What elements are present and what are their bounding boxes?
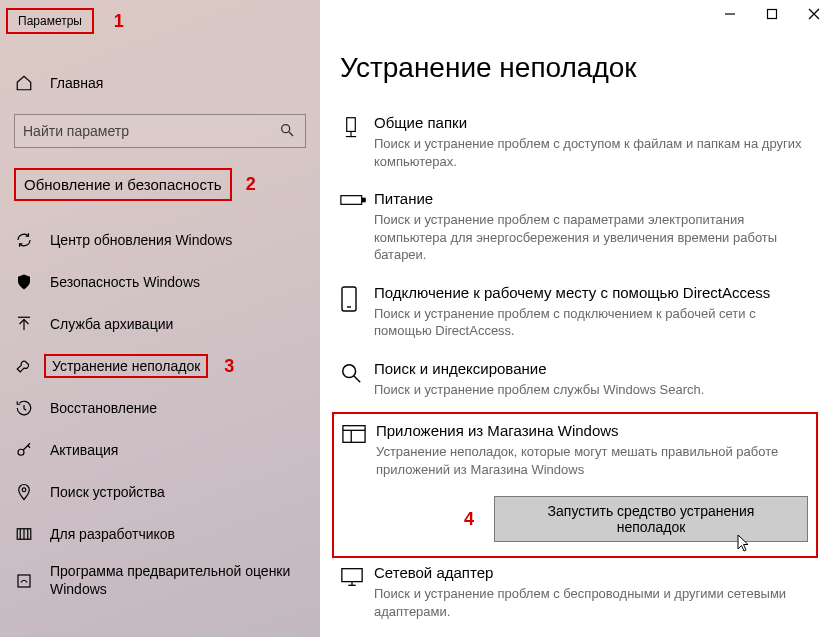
troubleshoot-item-shared-folders[interactable]: Общие папки Поиск и устранение проблем с… (340, 108, 810, 184)
app-title: Параметры (6, 8, 94, 34)
sidebar: Параметры 1 Главная Обновление и безопас… (0, 0, 320, 637)
sidebar-item-insider[interactable]: Программа предварительной оценки Windows (0, 555, 320, 606)
sidebar-item-label: Центр обновления Windows (50, 232, 306, 248)
annotation-1: 1 (114, 11, 124, 31)
svg-rect-18 (341, 196, 362, 205)
developer-icon (14, 524, 34, 544)
svg-rect-10 (18, 575, 30, 587)
sidebar-item-label: Для разработчиков (50, 526, 306, 542)
sidebar-item-find-device[interactable]: Поиск устройства (0, 471, 320, 513)
sidebar-item-label: Программа предварительной оценки Windows (50, 563, 306, 598)
troubleshoot-item-title: Сетевой адаптер (374, 564, 810, 581)
sidebar-section-label: Обновление и безопасность (14, 168, 232, 201)
troubleshoot-item-power[interactable]: Питание Поиск и устранение проблем с пар… (340, 184, 810, 278)
monitor-icon (340, 564, 374, 620)
sidebar-item-label: Восстановление (50, 400, 306, 416)
troubleshoot-item-desc: Поиск и устранение проблем службы Window… (374, 381, 810, 399)
nav-home[interactable]: Главная (0, 62, 320, 104)
troubleshoot-item-directaccess[interactable]: Подключение к рабочему месту с помощью D… (340, 278, 810, 354)
search-input[interactable] (23, 123, 279, 139)
sidebar-item-label: Устранение неполадок (52, 358, 200, 374)
home-icon (14, 73, 34, 93)
svg-point-22 (343, 365, 356, 378)
page-title: Устранение неполадок (340, 52, 810, 84)
troubleshoot-item-desc: Поиск и устранение проблем с параметрами… (374, 211, 810, 264)
main-panel: Устранение неполадок Общие папки Поиск и… (320, 0, 830, 637)
window-controls (720, 4, 824, 24)
svg-line-1 (289, 132, 293, 136)
svg-rect-24 (343, 426, 365, 443)
troubleshoot-item-title: Поиск и индексирование (374, 360, 810, 377)
troubleshoot-item-title: Питание (374, 190, 810, 207)
search-icon (279, 122, 297, 140)
svg-point-4 (18, 449, 24, 455)
location-icon (14, 482, 34, 502)
annotation-2: 2 (246, 174, 256, 194)
settings-window: Параметры 1 Главная Обновление и безопас… (0, 0, 830, 637)
sidebar-item-label: Поиск устройства (50, 484, 306, 500)
sidebar-item-windows-security[interactable]: Безопасность Windows (0, 261, 320, 303)
window-icon (342, 422, 376, 542)
key-icon (14, 440, 34, 460)
troubleshoot-item-title: Подключение к рабочему месту с помощью D… (374, 284, 810, 301)
minimize-button[interactable] (720, 4, 740, 24)
cursor-icon (736, 533, 752, 556)
nav-home-label: Главная (50, 75, 306, 91)
shared-folders-icon (340, 114, 374, 170)
svg-rect-19 (363, 198, 366, 201)
wrench-icon (14, 356, 34, 376)
upload-icon (14, 314, 34, 334)
history-icon (14, 398, 34, 418)
svg-point-0 (282, 125, 290, 133)
sidebar-item-label: Активация (50, 442, 306, 458)
maximize-button[interactable] (762, 4, 782, 24)
phone-icon (340, 284, 374, 340)
svg-rect-12 (768, 10, 777, 19)
sidebar-item-label: Безопасность Windows (50, 274, 306, 290)
sidebar-item-activation[interactable]: Активация (0, 429, 320, 471)
sidebar-item-label: Служба архивации (50, 316, 306, 332)
search-icon (340, 360, 374, 399)
svg-point-5 (22, 488, 26, 492)
sidebar-nav-list: Центр обновления Windows Безопасность Wi… (0, 219, 320, 606)
troubleshoot-item-title: Общие папки (374, 114, 810, 131)
troubleshoot-item-network-adapter[interactable]: Сетевой адаптер Поиск и устранение пробл… (340, 558, 810, 634)
battery-icon (340, 190, 374, 264)
annotation-4: 4 (464, 509, 474, 530)
troubleshoot-item-desc: Поиск и устранение проблем с подключение… (374, 305, 810, 340)
search-input-container[interactable] (14, 114, 306, 148)
sidebar-item-windows-update[interactable]: Центр обновления Windows (0, 219, 320, 261)
shield-icon (14, 272, 34, 292)
troubleshoot-item-store-apps[interactable]: Приложения из Магазина Windows Устранени… (332, 412, 818, 558)
svg-line-23 (354, 376, 360, 382)
sidebar-item-recovery[interactable]: Восстановление (0, 387, 320, 429)
sidebar-item-troubleshoot[interactable]: Устранение неполадок 3 (0, 345, 320, 387)
troubleshoot-item-search-index[interactable]: Поиск и индексирование Поиск и устранени… (340, 354, 810, 413)
troubleshoot-item-desc: Устранение неполадок, которые могут меша… (376, 443, 808, 478)
troubleshoot-item-title: Приложения из Магазина Windows (376, 422, 808, 439)
insider-icon (14, 571, 34, 591)
sidebar-item-developers[interactable]: Для разработчиков (0, 513, 320, 555)
troubleshoot-item-desc: Поиск и устранение проблем с доступом к … (374, 135, 810, 170)
sidebar-item-backup[interactable]: Служба архивации (0, 303, 320, 345)
annotation-3: 3 (224, 356, 234, 377)
sidebar-section-header: Обновление и безопасность 2 (0, 160, 320, 209)
svg-rect-15 (347, 118, 356, 132)
svg-rect-27 (342, 569, 362, 582)
run-troubleshooter-button[interactable]: Запустить средство устранения неполадок (494, 496, 808, 542)
sync-icon (14, 230, 34, 250)
troubleshoot-item-desc: Поиск и устранение проблем с беспроводны… (374, 585, 810, 620)
close-button[interactable] (804, 4, 824, 24)
